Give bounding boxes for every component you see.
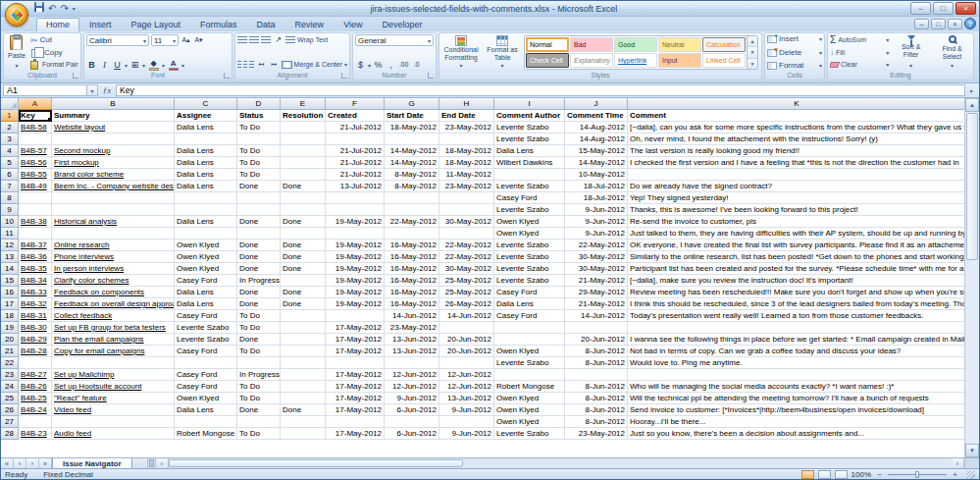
sort-filter-button[interactable]: Sort & Filter ▾ <box>892 34 930 71</box>
cell-K26[interactable]: Send invoice to customer: [*Invoices*|ht… <box>628 404 964 416</box>
row-header-14[interactable]: 14 <box>1 263 19 275</box>
cell-G3[interactable] <box>385 133 439 145</box>
cell-B2[interactable]: Website layout <box>52 122 175 133</box>
wrap-text-button[interactable]: Wrap Text <box>285 35 328 45</box>
cell-D14[interactable]: Done <box>237 263 281 275</box>
cell-B8[interactable] <box>52 192 175 204</box>
row-header-5[interactable]: 5 <box>1 157 19 169</box>
workbook-close-button[interactable]: × <box>948 19 962 29</box>
cell-H13[interactable]: 22-May-2012 <box>439 251 494 263</box>
cell-I12[interactable]: Levente Szabo <box>494 240 565 251</box>
horizontal-scroll-track[interactable] <box>463 458 952 468</box>
cell-I9[interactable]: Levente Szabo <box>494 204 565 216</box>
cell-style-linked-cell[interactable]: Linked Cell <box>702 53 746 68</box>
cell-K16[interactable]: Review meeting has been rescheduled!!! M… <box>628 287 964 298</box>
cell-H8[interactable] <box>439 192 494 204</box>
copy-button[interactable]: Copy <box>30 47 78 58</box>
cell-C27[interactable] <box>175 416 237 428</box>
cell-A1[interactable]: Key <box>19 110 52 122</box>
cell-I3[interactable]: Levente Szabo <box>494 133 565 145</box>
cell-J13[interactable]: 30-May-2012 <box>565 251 628 263</box>
cell-F9[interactable] <box>326 204 385 216</box>
cell-K19[interactable] <box>628 322 964 334</box>
row-header-13[interactable]: 13 <box>1 251 19 263</box>
accounting-dropdown-icon[interactable]: ▾ <box>368 62 371 69</box>
cell-B20[interactable]: Plan the email campaigns <box>52 334 175 346</box>
cell-F27[interactable] <box>326 416 385 428</box>
cell-H28[interactable]: 9-Jun-2012 <box>439 428 494 440</box>
cell-A20[interactable]: B4B-29 <box>19 334 52 346</box>
cell-style-hyperlink[interactable]: Hyperlink <box>614 53 657 68</box>
cell-K25[interactable]: Will the technical ppl be attending the … <box>628 393 964 404</box>
cell-C28[interactable]: Robert Mongose <box>175 428 237 440</box>
cell-J28[interactable]: 23-May-2012 <box>565 428 628 440</box>
row-header-6[interactable]: 6 <box>1 169 19 181</box>
column-header-B[interactable]: B <box>52 98 175 110</box>
cell-H2[interactable]: 23-May-2012 <box>439 122 494 133</box>
cell-A6[interactable]: B4B-55 <box>19 169 52 181</box>
cell-G22[interactable] <box>385 357 439 369</box>
cell-G19[interactable]: 23-May-2012 <box>385 322 439 334</box>
cell-F14[interactable]: 19-May-2012 <box>326 263 385 275</box>
cell-G6[interactable]: 8-May-2012 <box>385 169 439 181</box>
save-button[interactable] <box>34 2 44 15</box>
cell-D8[interactable] <box>237 192 281 204</box>
cell-J24[interactable]: 8-Jun-2012 <box>565 381 628 393</box>
cell-A25[interactable]: B4B-25 <box>19 393 52 404</box>
resize-grip[interactable] <box>966 470 975 479</box>
cell-D15[interactable]: In Progress <box>237 275 281 287</box>
insert-function-button[interactable]: ƒx <box>98 84 116 96</box>
cell-J26[interactable]: 8-Jun-2012 <box>565 404 628 416</box>
redo-button[interactable]: ↷ <box>60 3 68 15</box>
merge-center-button[interactable]: Merge & Center▾ <box>282 60 347 70</box>
cell-F1[interactable]: Created <box>326 110 385 122</box>
row-header-21[interactable]: 21 <box>1 346 19 357</box>
cell-J20[interactable]: 20-Jun-2012 <box>565 334 628 346</box>
underline-button[interactable]: U <box>112 59 123 71</box>
cell-B5[interactable]: First mockup <box>52 157 175 169</box>
restore-button[interactable]: □ <box>933 2 954 15</box>
cell-I13[interactable]: Levente Szabo <box>494 251 565 263</box>
scroll-down-icon[interactable]: ▼ <box>965 444 979 457</box>
cell-K2[interactable]: [~dalia], can you ask for some more spec… <box>628 122 964 133</box>
cell-G27[interactable] <box>385 416 439 428</box>
cell-I21[interactable]: Owen Klyed <box>494 346 565 357</box>
cell-J11[interactable]: 9-Jun-2012 <box>565 228 628 240</box>
help-icon[interactable]: ? <box>964 18 976 29</box>
cell-E20[interactable] <box>281 334 326 346</box>
cell-G23[interactable]: 12-Jun-2012 <box>385 369 439 381</box>
ribbon-tab-home[interactable]: Home <box>36 18 79 31</box>
cell-F2[interactable]: 21-Jul-2012 <box>326 122 385 133</box>
font-name-combo[interactable]: Calibri▾ <box>86 34 149 46</box>
cell-A11[interactable] <box>19 228 52 240</box>
cell-E22[interactable] <box>281 357 326 369</box>
office-button[interactable] <box>5 3 28 27</box>
cell-B7[interactable]: Beem Inc. - Company website design <box>52 181 175 192</box>
font-color-dropdown-icon[interactable]: ▾ <box>181 62 184 69</box>
row-header-4[interactable]: 4 <box>1 145 19 157</box>
number-dialog-launcher-icon[interactable] <box>428 73 434 79</box>
cell-G10[interactable]: 22-May-2012 <box>385 216 439 228</box>
cell-H1[interactable]: End Date <box>439 110 494 122</box>
first-sheet-button[interactable]: « <box>1 458 14 468</box>
cell-H6[interactable]: 11-May-2012 <box>439 169 494 181</box>
cell-C25[interactable]: Owen Klyed <box>175 393 237 404</box>
cell-C11[interactable] <box>175 228 237 240</box>
column-header-D[interactable]: D <box>237 98 281 110</box>
cell-E4[interactable] <box>281 145 326 157</box>
cell-H3[interactable] <box>439 133 494 145</box>
cell-A19[interactable]: B4B-30 <box>19 322 52 334</box>
ribbon-tab-page-layout[interactable]: Page Layout <box>122 18 191 31</box>
vertical-scroll-track[interactable] <box>965 261 979 444</box>
cell-K9[interactable]: Thanks, this is awesome! I've been looki… <box>628 204 964 216</box>
cell-B6[interactable]: Brand color scheme <box>52 169 175 181</box>
cell-I7[interactable]: Levente Szabo <box>494 181 565 192</box>
cell-G18[interactable]: 14-Jun-2012 <box>385 310 439 322</box>
cell-D1[interactable]: Status <box>237 110 281 122</box>
cell-C3[interactable] <box>175 133 237 145</box>
cell-J3[interactable]: 14-Aug-2012 <box>565 133 628 145</box>
cell-K27[interactable]: Hooray...I'll be there... <box>628 416 964 428</box>
zoom-level[interactable]: 100% <box>851 470 871 479</box>
cell-F6[interactable]: 21-Jul-2012 <box>326 169 385 181</box>
column-header-J[interactable]: J <box>565 98 628 110</box>
